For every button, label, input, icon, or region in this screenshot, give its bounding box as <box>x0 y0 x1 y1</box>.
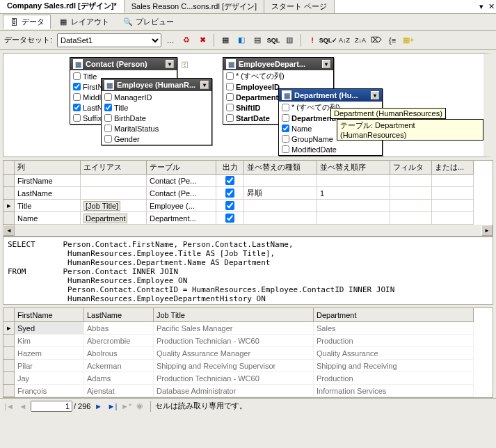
result-cell[interactable]: Shipping and Receiving <box>314 360 474 372</box>
result-cell[interactable]: Jay <box>15 372 84 385</box>
cell-output[interactable] <box>216 212 244 225</box>
cell-output[interactable] <box>216 175 244 187</box>
nav-new-button[interactable]: ►* <box>120 400 132 413</box>
result-cell[interactable]: Sales <box>314 322 474 335</box>
cell-table[interactable]: Department... <box>147 212 216 225</box>
result-cell[interactable]: Hazem <box>15 347 84 360</box>
row-header[interactable]: ▸ <box>3 200 15 212</box>
res-header-jobtitle[interactable]: Job Title <box>154 308 314 322</box>
dataset-props-button[interactable]: … <box>163 33 177 47</box>
cell-sorttype[interactable]: 昇順 <box>244 187 317 200</box>
nav-last-button[interactable]: ►| <box>106 400 118 413</box>
result-cell[interactable]: Syed <box>15 322 84 335</box>
cell-or[interactable] <box>432 175 474 187</box>
column-checkbox[interactable] <box>282 114 289 122</box>
criteria-grid[interactable]: 列 エイリアス テーブル 出力 並べ替えの種類 並べ替え順序 フィルタ または.… <box>3 160 493 237</box>
cell-sorttype[interactable] <box>244 212 317 225</box>
show-sql-button[interactable]: SQL <box>266 33 280 47</box>
cell-table[interactable]: Employee (... <box>147 200 216 212</box>
tab-preview[interactable]: 🔍 プレビュー <box>117 15 180 29</box>
row-header[interactable] <box>3 335 15 347</box>
show-results-button[interactable]: ▥ <box>282 33 296 47</box>
column-checkbox[interactable] <box>226 114 234 122</box>
result-cell[interactable]: Pacific Sales Manager <box>154 322 314 335</box>
result-cell[interactable]: Pilar <box>15 360 84 372</box>
cell-or[interactable] <box>432 187 474 200</box>
result-cell[interactable]: Abolrous <box>84 347 154 360</box>
column-checkbox[interactable] <box>282 145 289 153</box>
row-header[interactable] <box>3 347 15 360</box>
maximize-icon[interactable]: ▾ <box>166 60 174 68</box>
result-cell[interactable]: Information Services <box>314 385 474 397</box>
table-column[interactable]: * (すべての列) <box>224 71 333 81</box>
cell-column[interactable]: FirstName <box>15 175 81 187</box>
tab-dropdown-icon[interactable]: ▾ <box>477 2 486 12</box>
result-cell[interactable]: Adams <box>84 372 154 385</box>
cell-alias[interactable] <box>81 175 147 187</box>
group-by-button[interactable]: {≡ <box>385 33 399 47</box>
cell-sortorder[interactable]: 1 <box>317 187 390 200</box>
table-employee[interactable]: ▦Employee (HumanR...▾ ManagerIDTitleBirt… <box>101 78 212 145</box>
show-diagram-button[interactable]: ◧ <box>234 33 248 47</box>
result-cell[interactable]: Quality Assurance Manager <box>154 347 314 360</box>
cell-table[interactable]: Contact (Pe... <box>147 187 216 200</box>
cell-alias[interactable]: Department <box>81 212 147 225</box>
result-cell[interactable]: Production Technician - WC60 <box>154 372 314 385</box>
refresh-fields-button[interactable]: ♻ <box>179 33 193 47</box>
cell-output[interactable] <box>216 200 244 212</box>
row-header[interactable]: ▸ <box>3 322 15 335</box>
cell-filter[interactable] <box>390 200 432 212</box>
result-cell[interactable]: Kim <box>15 335 84 347</box>
cell-sorttype[interactable] <box>244 200 317 212</box>
tab-close-icon[interactable]: ✕ <box>486 2 496 12</box>
nav-stop-button[interactable]: ◉ <box>134 400 146 413</box>
result-row[interactable]: FrançoisAjenstatDatabase AdministratorIn… <box>3 385 493 397</box>
column-checkbox[interactable] <box>104 104 112 111</box>
criteria-hscrollbar[interactable]: ◄► <box>3 225 493 236</box>
remove-filter-button[interactable]: ⌦ <box>369 33 383 47</box>
result-cell[interactable]: Ackerman <box>84 360 154 372</box>
result-cell[interactable]: François <box>15 385 84 397</box>
column-checkbox[interactable] <box>282 125 289 132</box>
tab-layout[interactable]: ▦ レイアウト <box>52 15 115 29</box>
column-checkbox[interactable] <box>104 125 112 132</box>
output-checkbox[interactable] <box>225 201 234 210</box>
cell-filter[interactable] <box>390 212 432 225</box>
sql-pane[interactable]: SELECT Person.Contact.FirstName, Person.… <box>3 237 493 305</box>
column-checkbox[interactable] <box>104 135 112 143</box>
sort-asc-button[interactable]: A↓Z <box>337 33 351 47</box>
sort-desc-button[interactable]: Z↓A <box>353 33 367 47</box>
doc-tab-company-sales[interactable]: Company Sales.rdl [デザイン]* <box>0 0 125 13</box>
row-header[interactable] <box>3 187 15 200</box>
result-cell[interactable]: Shipping and Receiving Supervisor <box>154 360 314 372</box>
result-row[interactable]: JayAdamsProduction Technician - WC60Prod… <box>3 372 493 385</box>
column-checkbox[interactable] <box>226 104 234 111</box>
cell-column[interactable]: Title <box>15 200 81 212</box>
res-header-lastname[interactable]: LastName <box>84 308 154 322</box>
result-row[interactable]: PilarAckermanShipping and Receiving Supe… <box>3 360 493 372</box>
column-checkbox[interactable] <box>73 114 81 122</box>
result-cell[interactable]: Production <box>314 335 474 347</box>
column-checkbox[interactable] <box>282 135 289 143</box>
table-column[interactable]: BirthDate <box>102 113 211 123</box>
row-header[interactable] <box>3 175 15 187</box>
cell-filter[interactable] <box>390 187 432 200</box>
column-checkbox[interactable] <box>226 83 234 90</box>
table-column[interactable]: MaritalStatus <box>102 123 211 134</box>
result-row[interactable]: HazemAbolrousQuality Assurance ManagerQu… <box>3 347 493 360</box>
result-cell[interactable]: Abercrombie <box>84 335 154 347</box>
result-row[interactable]: ▸SyedAbbasPacific Sales ManagerSales <box>3 322 493 335</box>
row-header[interactable] <box>3 212 15 225</box>
column-checkbox[interactable] <box>73 104 81 111</box>
generic-query-button[interactable]: ▦ <box>218 33 232 47</box>
doc-tab-sales-reason[interactable]: Sales Reason C...sons.rdl [デザイン] <box>125 0 264 13</box>
table-column[interactable]: Title <box>102 102 211 113</box>
col-header-output[interactable]: 出力 <box>216 161 244 175</box>
output-checkbox[interactable] <box>225 176 234 185</box>
col-header-column[interactable]: 列 <box>15 161 81 175</box>
result-cell[interactable]: Ajenstat <box>84 385 154 397</box>
cell-sortorder[interactable] <box>317 175 390 187</box>
dataset-dropdown[interactable]: DataSet1 <box>57 33 161 47</box>
maximize-icon[interactable]: ▾ <box>322 60 330 68</box>
criteria-row[interactable]: LastNameContact (Pe...昇順1 <box>3 187 493 200</box>
